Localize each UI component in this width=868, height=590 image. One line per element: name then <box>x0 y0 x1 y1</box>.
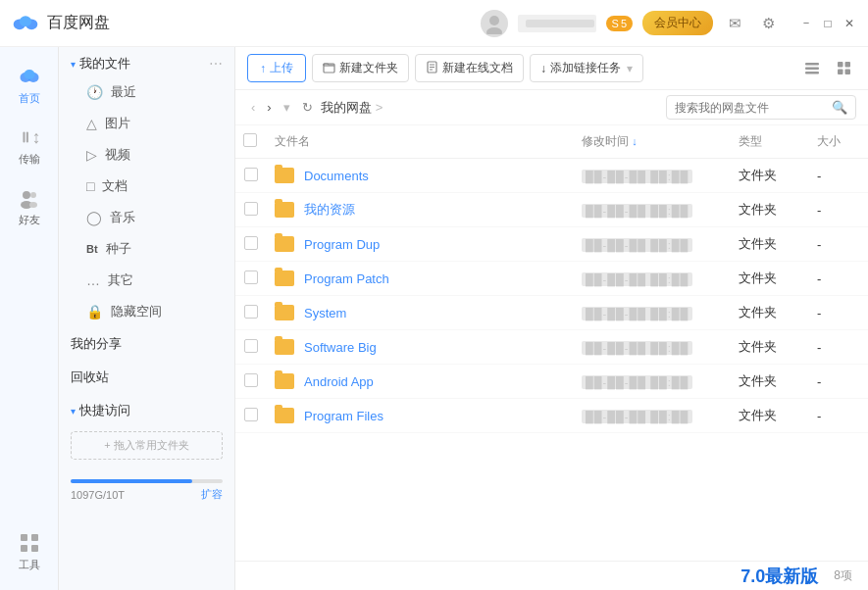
file-name-link[interactable]: Android App <box>275 373 566 389</box>
table-row: Program Files ██-██-██ ██:██ 文件夹 - <box>235 399 868 433</box>
dropdown-button[interactable]: ▾ <box>280 98 294 117</box>
table-row: Android App ██-██-██ ██:██ 文件夹 - <box>235 365 868 399</box>
minimize-button[interactable]: － <box>799 17 813 30</box>
mail-icon[interactable]: ✉ <box>723 12 746 35</box>
settings-icon[interactable]: ⚙ <box>756 12 780 35</box>
close-button[interactable]: ✕ <box>842 17 856 30</box>
username <box>518 15 596 32</box>
file-name-link[interactable]: System <box>275 305 566 320</box>
row-name[interactable]: Android App <box>267 365 574 399</box>
sidebar-item-bt[interactable]: Bt 种子 <box>59 233 234 265</box>
upload-button[interactable]: ↑ 上传 <box>247 54 306 82</box>
row-check[interactable] <box>235 296 267 330</box>
svg-rect-26 <box>838 70 843 75</box>
row-checkbox[interactable] <box>244 408 258 421</box>
file-name-link[interactable]: Program Patch <box>275 270 566 286</box>
back-button[interactable]: ‹ <box>247 98 259 117</box>
row-check[interactable] <box>235 262 267 296</box>
sidebar-item-tools[interactable]: 工具 <box>0 521 58 582</box>
row-checkbox[interactable] <box>244 305 258 319</box>
user-area: S 5 会员中心 ✉ ⚙ <box>481 10 780 37</box>
path-separator: > <box>376 100 383 115</box>
sidebar-item-music[interactable]: ◯ 音乐 <box>59 202 234 233</box>
header-name: 文件名 <box>267 125 574 159</box>
row-check[interactable] <box>235 193 267 227</box>
new-folder-button[interactable]: 新建文件夹 <box>312 54 409 82</box>
file-name-link[interactable]: Program Files <box>275 408 566 423</box>
bt-label: 种子 <box>106 240 131 258</box>
vip-button[interactable]: 会员中心 <box>642 11 713 35</box>
row-name[interactable]: Program Dup <box>267 227 574 262</box>
row-check[interactable] <box>235 227 267 262</box>
row-name[interactable]: Software Big <box>267 330 574 365</box>
sidebar-item-private[interactable]: 🔒 隐藏空间 <box>59 296 234 327</box>
file-name-link[interactable]: Software Big <box>275 339 566 355</box>
row-check[interactable] <box>235 330 267 365</box>
row-checkbox[interactable] <box>244 339 258 353</box>
home-icon <box>18 65 41 88</box>
select-all-checkbox[interactable] <box>243 133 257 147</box>
search-box[interactable]: 🔍 <box>666 95 856 120</box>
grid-view-button[interactable] <box>831 56 856 81</box>
row-name[interactable]: Documents <box>267 159 574 193</box>
header-check[interactable] <box>235 125 267 159</box>
sidebar-item-recent[interactable]: 🕐 最近 <box>59 76 234 108</box>
row-check[interactable] <box>235 365 267 399</box>
sidebar-item-videos[interactable]: ▷ 视频 <box>59 139 234 171</box>
row-name[interactable]: Program Patch <box>267 262 574 296</box>
row-size: - <box>809 330 868 365</box>
row-date: ██-██-██ ██:██ <box>574 227 731 262</box>
row-size: - <box>809 193 868 227</box>
svg-point-2 <box>20 16 31 26</box>
sidebar-item-home[interactable]: 首页 <box>0 55 58 116</box>
row-checkbox[interactable] <box>244 270 258 284</box>
refresh-button[interactable]: ↻ <box>302 100 313 115</box>
maximize-button[interactable]: □ <box>821 17 835 30</box>
recycle-bin[interactable]: 回收站 <box>59 361 234 394</box>
more-icon[interactable]: ⋯ <box>209 56 223 72</box>
sidebar-item-transfer[interactable]: ↕ 传输 <box>0 116 58 176</box>
sidebar-item-docs[interactable]: □ 文档 <box>59 171 234 202</box>
add-link-button[interactable]: ↓ 添加链接任务 ▾ <box>530 54 643 82</box>
row-check[interactable] <box>235 399 267 433</box>
search-input[interactable] <box>667 97 824 119</box>
search-button[interactable]: 🔍 <box>824 96 855 119</box>
sidebar-item-photos[interactable]: △ 图片 <box>59 108 234 139</box>
row-type: 文件夹 <box>731 296 809 330</box>
other-label: 其它 <box>108 271 133 289</box>
row-type: 文件夹 <box>731 365 809 399</box>
videos-label: 视频 <box>105 146 130 164</box>
table-row: Software Big ██-██-██ ██:██ 文件夹 - <box>235 330 868 365</box>
svg-point-11 <box>23 191 30 199</box>
drop-zone[interactable]: + 拖入常用文件夹 <box>71 431 223 460</box>
row-checkbox[interactable] <box>244 168 258 181</box>
my-share[interactable]: 我的分享 <box>59 327 234 361</box>
file-name-link[interactable]: Program Dup <box>275 236 566 252</box>
folder-icon <box>275 373 294 389</box>
photos-label: 图片 <box>105 115 130 132</box>
list-view-button[interactable] <box>799 56 825 81</box>
sidebar-item-other[interactable]: … 其它 <box>59 265 234 296</box>
row-name[interactable]: Program Files <box>267 399 574 433</box>
row-check[interactable] <box>235 159 267 193</box>
sidebar-item-friends[interactable]: 好友 <box>0 176 58 237</box>
file-name-link[interactable]: Documents <box>275 168 566 183</box>
row-checkbox[interactable] <box>244 236 258 250</box>
row-checkbox[interactable] <box>244 373 258 387</box>
expand-storage-link[interactable]: 扩容 <box>201 487 223 502</box>
docs-label: 文档 <box>102 177 128 195</box>
header-date[interactable]: 修改时间 ↓ <box>574 125 731 159</box>
breadcrumb: ‹ › ▾ ↻ 我的网盘 > 🔍 <box>235 90 868 125</box>
file-name-text: System <box>304 306 346 320</box>
row-name[interactable]: System <box>267 296 574 330</box>
new-doc-button[interactable]: 新建在线文档 <box>415 54 524 82</box>
music-label: 音乐 <box>110 209 135 226</box>
svg-point-3 <box>489 16 499 25</box>
row-checkbox[interactable] <box>244 202 258 216</box>
my-files-title[interactable]: ▾ 我的文件 ⋯ <box>59 47 234 76</box>
new-folder-icon <box>323 61 335 76</box>
forward-button[interactable]: › <box>263 98 275 117</box>
file-name-link[interactable]: 我的资源 <box>275 201 566 219</box>
row-name[interactable]: 我的资源 <box>267 193 574 227</box>
root-path[interactable]: 我的网盘 <box>321 99 372 117</box>
